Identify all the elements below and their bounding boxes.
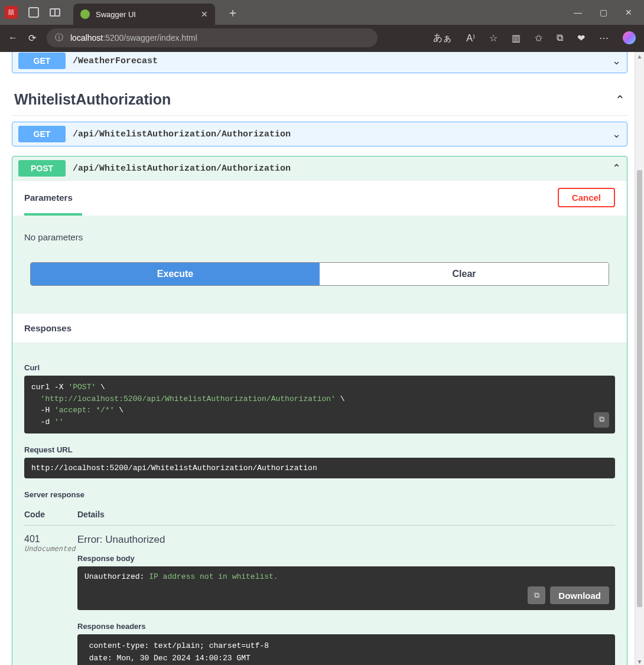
swagger-page: GET /WeatherForecast ⌄ WhitelistAuthoriz… [0, 52, 635, 665]
server-response-table: Code Details 401 Undocumented Error: Una… [24, 503, 615, 665]
download-button[interactable]: Download [550, 586, 609, 604]
responses-section-header: Responses [12, 313, 627, 343]
op-authorization-get[interactable]: GET /api/WhitelistAuthorization/Authoriz… [12, 122, 627, 146]
chevron-down-icon: ⌄ [612, 54, 621, 67]
site-info-icon[interactable]: ⓘ [55, 32, 63, 43]
health-icon[interactable]: ❤ [577, 32, 585, 44]
favorite-icon[interactable]: ☆ [489, 32, 497, 44]
op-authorization-post: POST /api/WhitelistAuthorization/Authori… [12, 156, 627, 665]
tag-name: WhitelistAuthorization [14, 91, 171, 108]
no-parameters-text: No parameters [24, 224, 615, 262]
error-message: Error: Unauthorized [77, 534, 615, 546]
table-row: 401 Undocumented Error: Unauthorized Res… [24, 526, 615, 665]
split-screen-icon[interactable]: ▥ [512, 32, 521, 44]
op-path: /WeatherForecast [73, 56, 158, 66]
chevron-up-icon: ⌃ [615, 93, 625, 107]
parameters-section: Parameters Cancel [12, 180, 627, 216]
workspaces-icon[interactable] [28, 7, 39, 18]
browser-tab[interactable]: Swagger UI ✕ [73, 4, 215, 25]
method-badge: GET [18, 126, 66, 142]
request-url-label: Request URL [24, 445, 615, 454]
copilot-icon[interactable] [623, 31, 636, 44]
browser-titlebar: 囍 Swagger UI ✕ ＋ ― ▢ ✕ [0, 0, 644, 25]
chevron-up-icon: ⌃ [612, 162, 621, 175]
request-url-codebox: http://localhost:5200/api/WhitelistAutho… [24, 458, 615, 478]
method-badge: GET [18, 53, 66, 69]
collections-icon[interactable]: ⧉ [557, 32, 563, 43]
cancel-button[interactable]: Cancel [558, 188, 615, 207]
new-tab-button[interactable]: ＋ [227, 5, 239, 21]
tab-actions-icon[interactable] [50, 8, 60, 17]
chevron-down-icon: ⌄ [612, 128, 621, 141]
translate-icon[interactable]: あぁ [433, 32, 452, 44]
method-badge: POST [18, 160, 66, 177]
code-header: Code [24, 510, 77, 519]
maximize-icon[interactable]: ▢ [600, 8, 607, 17]
copy-curl-icon[interactable]: ⧉ [594, 412, 609, 428]
tag-whitelistauthorization[interactable]: WhitelistAuthorization ⌃ [12, 83, 627, 116]
op-weatherforecast-get[interactable]: GET /WeatherForecast ⌄ [12, 52, 627, 73]
response-body-label: Response body [77, 554, 615, 563]
copy-response-icon[interactable]: ⧉ [528, 586, 545, 604]
close-tab-icon[interactable]: ✕ [201, 9, 208, 19]
execute-button[interactable]: Execute [31, 263, 320, 285]
response-headers-codebox: content-type: text/plain; charset=utf-8 … [77, 634, 615, 665]
op-path: /api/WhitelistAuthorization/Authorizatio… [73, 164, 291, 174]
clear-button[interactable]: Clear [320, 263, 609, 285]
op-post-header[interactable]: POST /api/WhitelistAuthorization/Authori… [12, 157, 627, 180]
minimize-icon[interactable]: ― [574, 8, 582, 17]
scroll-down-icon[interactable]: ▼ [635, 659, 644, 665]
refresh-icon[interactable]: ⟳ [28, 32, 36, 44]
response-body-codebox: Unauthorized: IP address not in whitelis… [77, 566, 615, 610]
swagger-favicon-icon [80, 9, 90, 19]
read-aloud-icon[interactable]: A⁾ [466, 32, 475, 44]
tab-title: Swagger UI [96, 10, 196, 19]
response-headers-label: Response headers [77, 622, 615, 631]
undocumented-label: Undocumented [24, 545, 77, 553]
parameters-tab-underline [24, 213, 82, 216]
scroll-up-icon[interactable]: ▲ [635, 53, 644, 60]
url-text: localhost:5200/swagger/index.html [70, 33, 197, 43]
response-code: 401 [24, 534, 77, 545]
op-path: /api/WhitelistAuthorization/Authorizatio… [73, 129, 291, 139]
more-icon[interactable]: ⋯ [599, 32, 609, 44]
details-header: Details [77, 510, 105, 519]
responses-label: Responses [24, 323, 615, 333]
parameters-label: Parameters [24, 193, 73, 203]
page-scrollbar[interactable]: ▲ ▼ [635, 52, 644, 665]
scrollbar-thumb[interactable] [637, 170, 642, 607]
curl-codebox: curl -X 'POST' \ 'http://localhost:5200/… [24, 376, 615, 433]
profile-icon[interactable]: 囍 [5, 6, 18, 19]
curl-label: Curl [24, 363, 615, 372]
close-window-icon[interactable]: ✕ [625, 8, 632, 17]
address-bar[interactable]: ⓘ localhost:5200/swagger/index.html [47, 28, 378, 47]
back-icon[interactable]: ← [8, 32, 18, 43]
server-response-label: Server response [24, 490, 615, 499]
browser-toolbar: ← ⟳ ⓘ localhost:5200/swagger/index.html … [0, 25, 644, 51]
favorites-bar-icon[interactable]: ✩ [535, 32, 542, 44]
